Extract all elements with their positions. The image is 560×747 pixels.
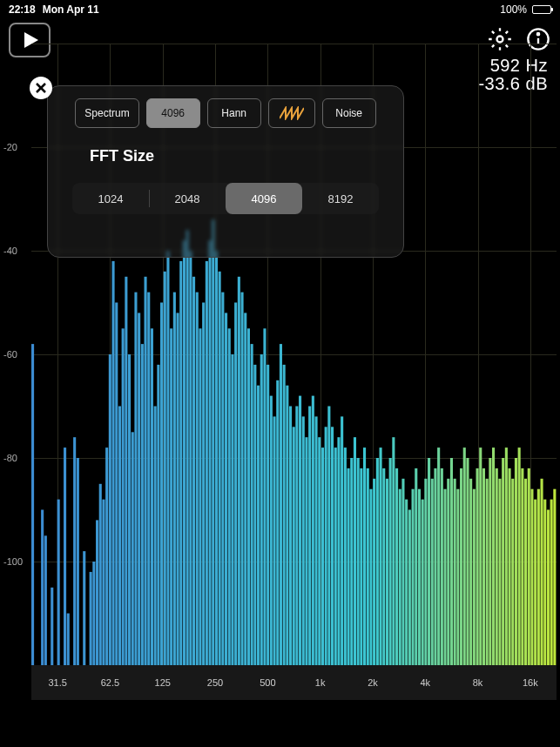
svg-rect-146 bbox=[511, 479, 514, 665]
popup-tab-wave[interactable] bbox=[268, 98, 315, 128]
svg-rect-29 bbox=[134, 293, 137, 665]
popup-tab-hann[interactable]: Hann bbox=[207, 98, 261, 128]
svg-rect-50 bbox=[202, 303, 205, 666]
svg-rect-92 bbox=[337, 437, 340, 665]
svg-rect-88 bbox=[325, 427, 327, 665]
svg-rect-131 bbox=[463, 448, 466, 665]
status-date: Mon Apr 11 bbox=[43, 3, 99, 16]
popup-tab-noise[interactable]: Noise bbox=[322, 98, 376, 128]
svg-rect-55 bbox=[219, 272, 221, 665]
popup-tab-spectrum[interactable]: Spectrum bbox=[75, 98, 138, 128]
svg-rect-145 bbox=[509, 468, 511, 665]
svg-rect-158 bbox=[550, 500, 553, 665]
svg-rect-20 bbox=[105, 448, 108, 665]
svg-rect-18 bbox=[99, 484, 102, 665]
svg-rect-86 bbox=[318, 437, 320, 665]
y-tick-label: -20 bbox=[3, 142, 17, 152]
svg-rect-23 bbox=[115, 303, 118, 666]
x-tick-label: 2k bbox=[368, 677, 378, 688]
svg-rect-59 bbox=[231, 354, 233, 665]
svg-rect-37 bbox=[160, 303, 163, 666]
svg-rect-134 bbox=[473, 489, 476, 665]
svg-rect-75 bbox=[283, 365, 286, 665]
svg-rect-133 bbox=[469, 479, 472, 665]
x-tick-label: 4k bbox=[420, 677, 430, 688]
svg-rect-105 bbox=[380, 448, 382, 665]
svg-rect-57 bbox=[225, 313, 227, 665]
svg-rect-6 bbox=[41, 510, 44, 666]
battery-percent-label: 100% bbox=[500, 3, 527, 16]
x-axis: 31.562.51252505001k2k4k8k16k bbox=[31, 665, 557, 700]
svg-rect-141 bbox=[496, 468, 498, 665]
svg-rect-56 bbox=[221, 293, 224, 665]
svg-rect-47 bbox=[192, 277, 195, 665]
svg-rect-44 bbox=[183, 240, 186, 665]
x-tick-label: 8k bbox=[473, 677, 483, 688]
fft-size-option-8192[interactable]: 8192 bbox=[302, 183, 379, 214]
svg-rect-118 bbox=[422, 500, 424, 665]
svg-rect-8 bbox=[51, 588, 53, 665]
svg-rect-83 bbox=[308, 407, 311, 666]
svg-rect-125 bbox=[444, 489, 447, 665]
svg-rect-58 bbox=[228, 328, 231, 665]
svg-rect-67 bbox=[257, 386, 260, 665]
close-popup-button[interactable] bbox=[30, 77, 52, 99]
svg-rect-142 bbox=[498, 479, 501, 665]
svg-rect-110 bbox=[395, 468, 398, 665]
svg-rect-65 bbox=[251, 344, 253, 665]
svg-rect-30 bbox=[138, 313, 140, 665]
fft-size-option-1024[interactable]: 1024 bbox=[72, 183, 149, 214]
svg-rect-102 bbox=[369, 489, 372, 665]
svg-rect-72 bbox=[273, 416, 276, 665]
svg-rect-34 bbox=[151, 328, 153, 665]
svg-rect-35 bbox=[154, 407, 157, 666]
svg-rect-149 bbox=[521, 468, 523, 665]
svg-rect-14 bbox=[83, 551, 85, 665]
svg-rect-41 bbox=[173, 293, 176, 665]
svg-rect-153 bbox=[534, 500, 536, 665]
svg-rect-52 bbox=[209, 240, 212, 665]
svg-rect-17 bbox=[96, 520, 98, 665]
svg-rect-53 bbox=[212, 219, 214, 665]
svg-rect-19 bbox=[102, 500, 105, 665]
svg-rect-54 bbox=[215, 251, 218, 665]
svg-rect-154 bbox=[537, 489, 540, 665]
svg-rect-123 bbox=[437, 448, 440, 665]
svg-rect-119 bbox=[424, 479, 427, 665]
status-bar: 22:18 Mon Apr 11 100% bbox=[0, 0, 560, 19]
fft-size-option-4096[interactable]: 4096 bbox=[226, 183, 302, 214]
svg-rect-45 bbox=[186, 230, 189, 665]
svg-rect-137 bbox=[482, 468, 485, 665]
svg-rect-96 bbox=[350, 458, 353, 665]
svg-rect-94 bbox=[344, 448, 347, 665]
svg-rect-121 bbox=[431, 479, 434, 665]
status-time: 22:18 bbox=[9, 3, 36, 16]
svg-rect-147 bbox=[515, 458, 517, 665]
svg-rect-113 bbox=[405, 500, 408, 665]
svg-rect-150 bbox=[524, 479, 527, 665]
svg-rect-69 bbox=[263, 328, 266, 665]
svg-rect-61 bbox=[238, 277, 240, 665]
svg-rect-10 bbox=[64, 448, 66, 665]
svg-rect-129 bbox=[456, 489, 459, 665]
fft-size-option-2048[interactable]: 2048 bbox=[149, 183, 226, 214]
svg-rect-42 bbox=[177, 313, 179, 665]
svg-rect-89 bbox=[327, 407, 330, 666]
svg-point-1 bbox=[497, 37, 503, 43]
svg-rect-139 bbox=[489, 458, 491, 665]
x-tick-label: 16k bbox=[523, 677, 538, 688]
svg-rect-28 bbox=[132, 432, 134, 665]
svg-rect-115 bbox=[412, 489, 415, 665]
svg-rect-117 bbox=[418, 489, 421, 665]
svg-rect-159 bbox=[553, 489, 556, 665]
svg-rect-7 bbox=[44, 535, 47, 665]
popup-tab-4096[interactable]: 4096 bbox=[146, 98, 200, 128]
svg-rect-128 bbox=[454, 479, 456, 665]
svg-rect-66 bbox=[253, 365, 256, 665]
svg-rect-24 bbox=[118, 407, 121, 666]
svg-rect-36 bbox=[157, 365, 159, 665]
svg-rect-112 bbox=[401, 479, 404, 665]
svg-rect-78 bbox=[293, 427, 295, 665]
svg-rect-148 bbox=[518, 448, 521, 665]
svg-rect-138 bbox=[486, 479, 489, 665]
